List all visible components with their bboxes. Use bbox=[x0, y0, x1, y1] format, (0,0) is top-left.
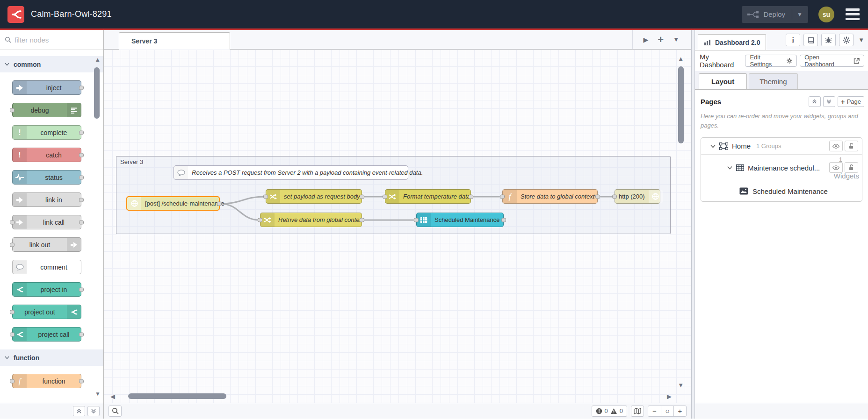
change-node[interactable]: Retrive data from global context bbox=[260, 213, 362, 227]
output-port[interactable] bbox=[79, 153, 84, 157]
output-port[interactable] bbox=[79, 175, 84, 179]
edit-settings-button[interactable]: Edit Settings bbox=[745, 55, 797, 67]
vertical-scrollbar-thumb[interactable] bbox=[678, 66, 684, 143]
zoom-out-button[interactable]: − bbox=[648, 406, 661, 417]
input-port[interactable] bbox=[414, 218, 419, 222]
scroll-left-icon[interactable]: ◀ bbox=[110, 393, 115, 400]
group-unlock-button[interactable] bbox=[845, 162, 858, 173]
tree-row-page-home[interactable]: Home 1 Groups bbox=[701, 138, 862, 155]
palette-node-comment[interactable]: comment bbox=[12, 260, 81, 274]
http-in-node[interactable]: [post] /schedule-maintenance bbox=[126, 196, 220, 211]
flow-list-caret-icon[interactable]: ▼ bbox=[673, 36, 679, 43]
main-menu-button[interactable] bbox=[845, 7, 861, 22]
output-port[interactable] bbox=[79, 332, 84, 336]
scroll-right-icon[interactable]: ▶ bbox=[667, 393, 672, 400]
workspace[interactable]: Server 3 ◀ ▶ ▲ ▼ Receives a POST request… bbox=[104, 50, 691, 403]
palette-scroll-down-icon[interactable]: ▼ bbox=[95, 391, 101, 397]
move-page-up-button[interactable] bbox=[809, 96, 821, 107]
output-port[interactable] bbox=[360, 194, 364, 199]
info-button[interactable]: i bbox=[786, 34, 800, 46]
output-port[interactable] bbox=[360, 218, 364, 222]
zoom-in-button[interactable]: + bbox=[673, 406, 686, 417]
output-port[interactable] bbox=[469, 194, 473, 199]
ui-table-node[interactable]: Scheduled Maintenance bbox=[416, 213, 504, 227]
palette-node-status[interactable]: status bbox=[12, 170, 81, 185]
palette-category-common[interactable]: common bbox=[0, 56, 103, 72]
search-flows-button[interactable] bbox=[108, 406, 122, 417]
palette-search[interactable] bbox=[0, 30, 103, 50]
tab-layout[interactable]: Layout bbox=[699, 73, 747, 89]
input-port[interactable] bbox=[10, 332, 14, 336]
palette-expand-all-button[interactable] bbox=[87, 406, 100, 416]
change-node[interactable]: set payload as request body bbox=[266, 189, 362, 204]
tab-scroll-right-icon[interactable]: ▶ bbox=[643, 36, 648, 43]
user-avatar[interactable]: su bbox=[818, 7, 834, 22]
palette-filter-input[interactable] bbox=[14, 36, 85, 44]
chevron-down-icon[interactable] bbox=[727, 166, 732, 170]
tree-row-widget-scheduled[interactable]: Scheduled Maintenance bbox=[701, 181, 862, 201]
flow-tab-server3[interactable]: Server 3 bbox=[119, 32, 230, 50]
debug-bug-button[interactable] bbox=[821, 34, 836, 46]
navigator-map-button[interactable] bbox=[631, 406, 644, 417]
input-port[interactable] bbox=[263, 194, 268, 199]
palette-node-link-in[interactable]: link in bbox=[12, 192, 81, 207]
output-port[interactable] bbox=[79, 287, 84, 292]
output-port[interactable] bbox=[217, 201, 222, 206]
palette-collapse-all-button[interactable] bbox=[73, 406, 85, 416]
palette-scroll-up-icon[interactable]: ▲ bbox=[94, 56, 101, 63]
palette-node-complete[interactable]: !complete bbox=[12, 125, 81, 140]
palette-node-inject[interactable]: inject bbox=[12, 80, 81, 95]
sidebar-resize-handle[interactable] bbox=[691, 30, 695, 419]
zoom-reset-button[interactable]: ○ bbox=[661, 406, 673, 417]
move-page-down-button[interactable] bbox=[823, 96, 835, 107]
input-port[interactable] bbox=[383, 194, 387, 199]
deploy-options-caret-icon[interactable]: ▼ bbox=[797, 11, 803, 18]
page-visibility-button[interactable] bbox=[829, 141, 843, 151]
output-port[interactable] bbox=[79, 220, 84, 224]
function-node[interactable]: fStore data to global context bbox=[502, 189, 598, 204]
palette-node-project-out[interactable]: project out bbox=[12, 305, 81, 319]
scroll-down-icon[interactable]: ▼ bbox=[678, 382, 684, 389]
input-port[interactable] bbox=[258, 218, 262, 222]
chevron-down-icon[interactable] bbox=[710, 144, 716, 148]
input-port[interactable] bbox=[10, 379, 14, 383]
output-port[interactable] bbox=[79, 198, 84, 202]
palette-node-project-in[interactable]: project in bbox=[12, 282, 81, 297]
palette-node-link-call[interactable]: link call bbox=[12, 215, 81, 229]
sidebar-menu-caret-icon[interactable]: ▼ bbox=[858, 36, 864, 43]
change-node[interactable]: Format temperature data. bbox=[385, 189, 471, 204]
page-unlock-button[interactable] bbox=[845, 141, 858, 151]
output-port[interactable] bbox=[501, 218, 506, 222]
settings-gear-button[interactable] bbox=[839, 34, 854, 46]
output-port[interactable] bbox=[79, 379, 84, 383]
group-visibility-button[interactable] bbox=[829, 162, 843, 173]
output-port[interactable] bbox=[79, 130, 84, 135]
input-port[interactable] bbox=[612, 194, 617, 199]
help-docs-button[interactable] bbox=[803, 34, 818, 46]
input-port[interactable] bbox=[500, 194, 505, 199]
palette-scrollbar-thumb[interactable] bbox=[94, 67, 100, 119]
palette-node-debug[interactable]: debug bbox=[12, 103, 81, 117]
scroll-up-icon[interactable]: ▲ bbox=[678, 55, 684, 62]
tab-theming[interactable]: Theming bbox=[749, 73, 797, 89]
open-dashboard-button[interactable]: Open Dashboard bbox=[800, 55, 864, 67]
input-port[interactable] bbox=[10, 220, 14, 224]
palette-node-project-call[interactable]: project call bbox=[12, 327, 81, 342]
palette-category-function[interactable]: function bbox=[0, 349, 103, 366]
output-port[interactable] bbox=[79, 85, 84, 90]
horizontal-scrollbar-thumb[interactable] bbox=[128, 393, 226, 399]
tree-row-group-maintenance[interactable]: Maintenance schedul... 1 Widgets bbox=[701, 155, 862, 181]
deploy-button[interactable]: Deploy ▼ bbox=[742, 6, 808, 23]
http-response-node[interactable]: http (200) bbox=[615, 189, 660, 204]
palette-node-catch[interactable]: !catch bbox=[12, 148, 81, 162]
palette-node-link-out[interactable]: link out bbox=[12, 237, 81, 252]
input-port[interactable] bbox=[10, 310, 14, 314]
input-port[interactable] bbox=[10, 242, 14, 247]
add-page-button[interactable]: + Page bbox=[838, 96, 864, 107]
palette-node-function[interactable]: ffunction bbox=[12, 374, 81, 388]
input-port[interactable] bbox=[10, 108, 14, 112]
comment-node[interactable]: Receives a POST request from Server 2 wi… bbox=[174, 165, 408, 180]
sidebar-tab-dashboard[interactable]: Dashboard 2.0 bbox=[698, 34, 766, 50]
notification-counts[interactable]: 0 0 bbox=[592, 406, 627, 417]
output-port[interactable] bbox=[595, 194, 600, 199]
